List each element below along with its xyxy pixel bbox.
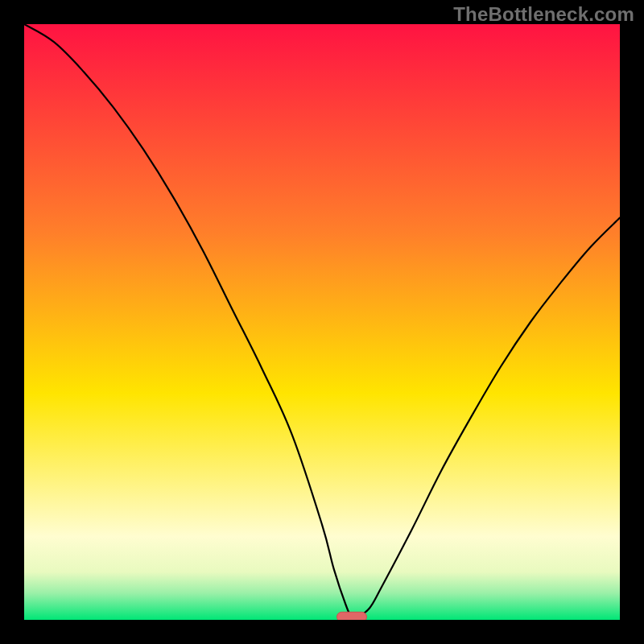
plot-area xyxy=(24,24,620,620)
optimal-marker xyxy=(337,612,367,620)
bottleneck-chart xyxy=(24,24,620,620)
watermark-text: TheBottleneck.com xyxy=(453,3,634,26)
chart-frame: TheBottleneck.com xyxy=(0,0,644,644)
